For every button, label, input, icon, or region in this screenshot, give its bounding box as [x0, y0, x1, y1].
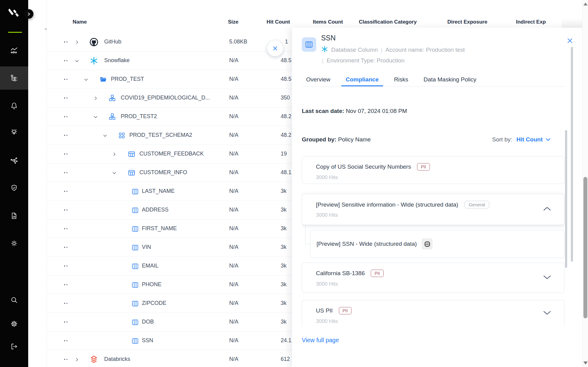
row-name[interactable]: DOB — [142, 319, 154, 325]
policy-card[interactable]: California SB-1386PII3000 Hits — [302, 263, 564, 293]
column-header-size[interactable]: Size — [228, 19, 238, 25]
drag-handle-icon[interactable] — [64, 79, 68, 80]
tab-overview[interactable]: Overview — [302, 73, 335, 86]
row-name[interactable]: SSN — [142, 337, 153, 344]
tab-data-masking-policy[interactable]: Data Masking Policy — [419, 73, 480, 86]
group-sort-row: Grouped by: Policy Name Sort by: Hit Cou… — [302, 136, 551, 143]
snowflake-icon — [90, 57, 98, 65]
sidebar-expand-toggle[interactable] — [24, 9, 33, 19]
shield-check-icon[interactable] — [9, 183, 19, 193]
drag-handle-icon[interactable] — [64, 359, 68, 360]
row-name[interactable]: PHONE — [142, 281, 161, 288]
column-header-items-count[interactable]: Items Count — [313, 19, 343, 25]
row-name[interactable]: LAST_NAME — [142, 188, 175, 194]
app-logo-icon[interactable] — [9, 8, 21, 18]
row-name[interactable]: FIRST_NAME — [142, 225, 177, 232]
row-hit-count: 48.5 — [281, 76, 291, 82]
drag-handle-icon[interactable] — [64, 284, 68, 286]
drag-handle-icon[interactable] — [64, 340, 68, 342]
column-header-indirect-exp[interactable]: Indirect Exp — [516, 19, 546, 25]
drag-handle-icon[interactable] — [64, 172, 68, 174]
column-header-name[interactable]: Name — [73, 19, 87, 25]
row-size: N/A — [229, 57, 238, 64]
logout-icon[interactable] — [9, 342, 19, 351]
row-size: N/A — [229, 225, 238, 232]
drag-handle-icon[interactable] — [64, 228, 68, 230]
chevron-right-icon[interactable] — [112, 152, 116, 156]
policy-card[interactable]: Copy of US Social Security NumbersPII300… — [302, 156, 564, 184]
row-name[interactable]: CUSTOMER_FEEDBACK — [139, 151, 204, 157]
chevron-right-icon[interactable] — [93, 96, 98, 100]
idea-bulb-icon[interactable] — [9, 127, 19, 137]
data-hierarchy-icon[interactable] — [9, 73, 19, 83]
row-name[interactable]: EMAIL — [142, 263, 158, 269]
row-name[interactable]: ZIPCODE — [142, 300, 166, 306]
row-hit-count: 3k — [281, 281, 286, 288]
chevron-down-icon[interactable] — [75, 59, 79, 63]
row-name[interactable]: PROD_TEST2 — [121, 113, 157, 120]
row-name[interactable]: GitHub — [104, 39, 121, 45]
policy-card[interactable]: US PIIPII3000 Hits — [302, 300, 564, 327]
trend-chart-icon[interactable] — [9, 46, 19, 56]
chevron-down-icon[interactable] — [93, 115, 98, 119]
drag-handle-icon[interactable] — [64, 60, 68, 62]
panel-subtitle-line2: | Environment Type: Production — [322, 57, 404, 64]
drag-handle-icon[interactable] — [64, 265, 68, 267]
row-name[interactable]: PROD_TEST_SCHEMA2 — [129, 132, 192, 138]
scroll-up-arrow-icon[interactable] — [583, 2, 588, 6]
policy-card[interactable]: [Preview] Sensitive information - Wide (… — [302, 194, 564, 225]
policy-title: Copy of US Social Security Numbers — [316, 163, 411, 170]
chevron-down-icon[interactable] — [112, 171, 116, 175]
drag-handle-icon[interactable] — [64, 209, 68, 211]
row-name[interactable]: Snowflake — [104, 57, 130, 64]
row-name[interactable]: COVID19_EPIDEMIOLOGICAL_D... — [121, 95, 210, 101]
column-header-direct-exposure[interactable]: Direct Exposure — [447, 19, 487, 25]
panel-scrollbar-thumb[interactable] — [571, 47, 573, 262]
tab-compliance[interactable]: Compliance — [341, 73, 383, 86]
drag-handle-icon[interactable] — [64, 191, 68, 192]
drag-handle-icon[interactable] — [64, 247, 68, 248]
row-name[interactable]: PROD_TEST — [111, 76, 144, 82]
rail-resize-handle[interactable] — [45, 28, 47, 30]
cancel-scan-button[interactable] — [267, 40, 283, 56]
drag-handle-icon[interactable] — [64, 153, 68, 155]
sort-by-dropdown[interactable]: Hit Count — [517, 136, 551, 143]
chevron-right-icon[interactable] — [75, 40, 79, 44]
network-graph-icon[interactable] — [9, 155, 19, 165]
drag-handle-icon[interactable] — [64, 116, 68, 118]
scroll-down-arrow-icon[interactable] — [583, 361, 588, 365]
row-name[interactable]: ADDRESS — [142, 207, 169, 213]
row-size: N/A — [229, 207, 238, 213]
view-full-page-link[interactable]: View full page — [302, 337, 339, 344]
column-header-classification-category[interactable]: Classification Category — [359, 19, 417, 25]
settings-gear-icon[interactable] — [9, 319, 19, 329]
drag-handle-icon[interactable] — [64, 97, 68, 99]
drag-handle-icon[interactable] — [64, 321, 68, 323]
expand-chevron-icon[interactable] — [543, 310, 551, 317]
column-header-hit-count[interactable]: Hit Count — [267, 19, 290, 25]
drag-handle-icon[interactable] — [64, 135, 68, 136]
row-name[interactable]: VIN — [142, 244, 151, 250]
chevron-down-icon[interactable] — [103, 133, 107, 138]
report-document-icon[interactable] — [9, 211, 19, 221]
page-scrollbar[interactable] — [582, 0, 588, 367]
chevron-down-icon[interactable] — [84, 77, 88, 82]
chevron-right-icon[interactable] — [75, 358, 79, 362]
notifications-bell-icon[interactable] — [9, 101, 19, 111]
row-name[interactable]: CUSTOMER_INFO — [139, 169, 187, 176]
schema-icon — [118, 131, 126, 140]
snowflake-icon — [321, 46, 328, 54]
drag-handle-icon[interactable] — [64, 303, 68, 304]
brightness-sun-icon[interactable] — [9, 238, 19, 248]
search-icon[interactable] — [9, 295, 19, 305]
tab-risks[interactable]: Risks — [390, 73, 412, 86]
expand-chevron-icon[interactable] — [543, 275, 551, 281]
nested-classifier-card[interactable]: [Preview] SSN - Wide (structured data)AI — [310, 230, 564, 258]
row-name[interactable]: Databricks — [104, 356, 130, 362]
collapse-chevron-icon[interactable] — [543, 206, 551, 213]
page-scrollbar-thumb[interactable] — [583, 177, 587, 318]
row-hit-count: 48.2 — [281, 132, 291, 138]
close-icon[interactable] — [566, 36, 574, 45]
drag-handle-icon[interactable] — [64, 41, 68, 43]
cards-scrollbar-thumb[interactable] — [565, 130, 567, 268]
